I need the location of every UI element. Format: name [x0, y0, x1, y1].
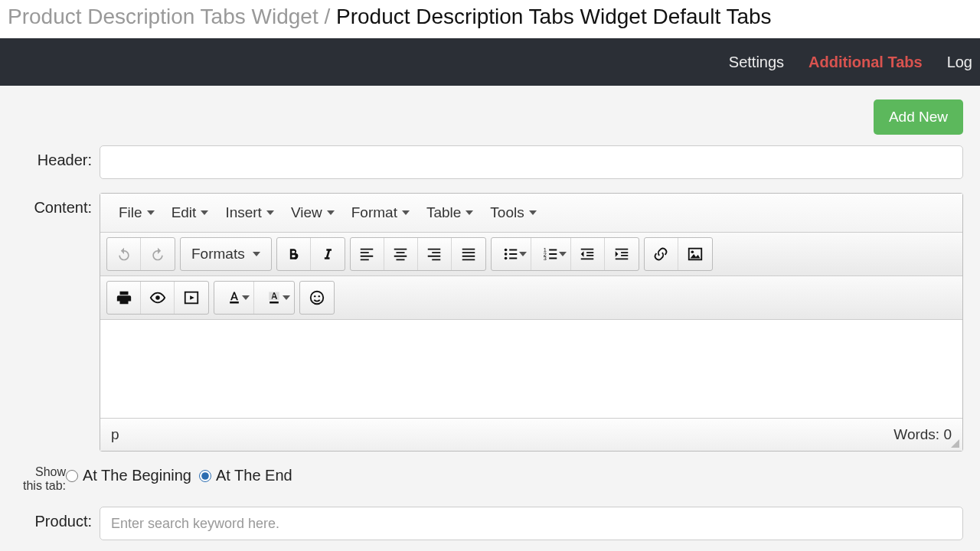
- outdent-button[interactable]: [571, 238, 605, 270]
- formats-dropdown[interactable]: Formats: [181, 238, 271, 270]
- eye-icon: [149, 289, 166, 306]
- svg-point-13: [311, 292, 324, 305]
- nav-settings[interactable]: Settings: [729, 54, 784, 71]
- editor-toolbar-2: [100, 276, 962, 320]
- media-button[interactable]: [175, 282, 208, 314]
- print-button[interactable]: [107, 282, 141, 314]
- bold-button[interactable]: [277, 238, 311, 270]
- chevron-down-icon: [402, 210, 410, 215]
- svg-rect-10: [230, 302, 239, 304]
- chevron-down-icon: [253, 252, 260, 256]
- radio-at-end[interactable]: [199, 470, 211, 482]
- align-left-icon: [358, 246, 375, 262]
- label-content: Content:: [23, 193, 100, 217]
- label-header: Header:: [23, 145, 100, 169]
- justify-icon: [460, 246, 477, 262]
- italic-icon: [320, 246, 335, 262]
- chevron-down-icon: [147, 210, 155, 215]
- row-content: Content: File Edit Insert View Format Ta…: [23, 193, 963, 452]
- chevron-down-icon: [466, 210, 473, 215]
- radio-at-beginning[interactable]: [66, 470, 78, 482]
- align-justify-button[interactable]: [452, 238, 485, 270]
- chevron-down-icon: [559, 252, 567, 256]
- label-product: Product:: [23, 507, 100, 530]
- menu-format[interactable]: Format: [344, 201, 417, 224]
- indent-icon: [613, 246, 630, 262]
- undo-button[interactable]: [107, 238, 141, 270]
- redo-button[interactable]: [141, 238, 175, 270]
- bullet-list-button[interactable]: [492, 238, 531, 270]
- status-path[interactable]: p: [111, 426, 119, 443]
- svg-point-8: [155, 295, 160, 300]
- text-color-icon: [227, 290, 242, 305]
- bg-color-button[interactable]: [254, 282, 294, 314]
- svg-point-0: [505, 249, 508, 252]
- bullet-list-icon: [502, 246, 519, 262]
- link-button[interactable]: [645, 238, 678, 270]
- menu-file[interactable]: File: [111, 201, 162, 224]
- redo-icon: [150, 246, 165, 262]
- emoji-icon: [309, 289, 325, 306]
- align-left-button[interactable]: [351, 238, 384, 270]
- emoji-button[interactable]: [300, 282, 334, 314]
- word-count: Words: 0: [893, 426, 952, 443]
- chevron-down-icon: [283, 295, 290, 300]
- resize-grip-icon[interactable]: [949, 438, 960, 448]
- menu-tools[interactable]: Tools: [482, 201, 544, 224]
- chevron-down-icon: [327, 210, 335, 215]
- add-new-button[interactable]: Add New: [874, 99, 963, 135]
- row-header: Header:: [23, 145, 963, 179]
- editor-body[interactable]: [100, 320, 962, 418]
- preview-button[interactable]: [141, 282, 175, 314]
- rich-text-editor: File Edit Insert View Format Table Tools…: [100, 193, 963, 452]
- chevron-down-icon: [242, 295, 250, 300]
- text-color-button[interactable]: [214, 282, 254, 314]
- numbered-list-icon: 123: [542, 246, 559, 262]
- nav-log[interactable]: Log: [947, 54, 972, 71]
- link-icon: [652, 246, 669, 262]
- navbar: Settings Additional Tabs Log: [0, 38, 980, 86]
- chevron-down-icon: [519, 252, 527, 256]
- menu-insert[interactable]: Insert: [217, 201, 282, 224]
- breadcrumb: Product Description Tabs Widget / Produc…: [0, 0, 980, 38]
- editor-statusbar: p Words: 0: [100, 418, 962, 451]
- product-search-input[interactable]: [100, 507, 963, 540]
- row-product: Product:: [23, 507, 963, 540]
- align-right-icon: [426, 246, 443, 262]
- radio-label-beginning: At The Begining: [83, 467, 191, 484]
- menu-table[interactable]: Table: [419, 201, 481, 224]
- breadcrumb-current: Product Description Tabs Widget Default …: [336, 5, 772, 28]
- svg-rect-12: [270, 302, 279, 304]
- label-show-tab: Show this tab:: [23, 465, 66, 493]
- chevron-down-icon: [201, 210, 208, 215]
- header-input[interactable]: [100, 145, 963, 179]
- numbered-list-button[interactable]: 123: [531, 238, 571, 270]
- breadcrumb-sep: /: [324, 5, 330, 28]
- breadcrumb-parent[interactable]: Product Description Tabs Widget: [8, 5, 318, 28]
- show-tab-radio-group: At The Begining At The End: [66, 465, 963, 484]
- svg-point-15: [318, 295, 320, 297]
- print-icon: [116, 289, 132, 306]
- align-right-button[interactable]: [418, 238, 452, 270]
- indent-button[interactable]: [605, 238, 639, 270]
- top-actions: Add New: [23, 99, 963, 135]
- italic-button[interactable]: [311, 238, 345, 270]
- svg-point-14: [314, 295, 315, 297]
- chevron-down-icon: [529, 210, 537, 215]
- menu-edit[interactable]: Edit: [164, 201, 217, 224]
- image-button[interactable]: [678, 238, 712, 270]
- editor-toolbar-1: Formats 123: [100, 233, 962, 276]
- nav-additional-tabs[interactable]: Additional Tabs: [808, 54, 923, 71]
- chevron-down-icon: [266, 210, 274, 215]
- undo-icon: [116, 246, 132, 262]
- image-icon: [687, 246, 704, 262]
- media-icon: [183, 289, 200, 306]
- content-area: Add New Header: Content: File Edit Inser…: [0, 86, 980, 551]
- align-center-button[interactable]: [384, 238, 418, 270]
- align-center-icon: [392, 246, 409, 262]
- radio-label-end: At The End: [216, 467, 292, 484]
- svg-point-2: [505, 257, 508, 260]
- svg-text:3: 3: [544, 255, 547, 262]
- bold-icon: [286, 246, 301, 262]
- menu-view[interactable]: View: [283, 201, 342, 224]
